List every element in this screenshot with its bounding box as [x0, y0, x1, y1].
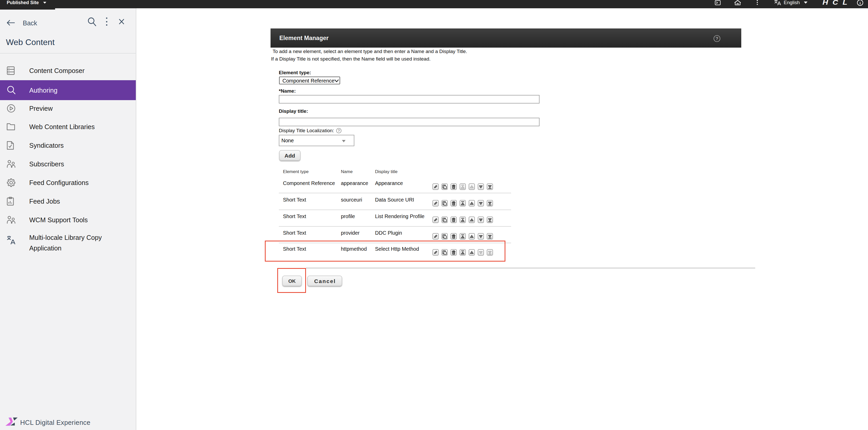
svg-text:?: ? [716, 36, 718, 41]
svg-text:?: ? [338, 129, 340, 133]
svg-text:i: i [860, 1, 861, 5]
